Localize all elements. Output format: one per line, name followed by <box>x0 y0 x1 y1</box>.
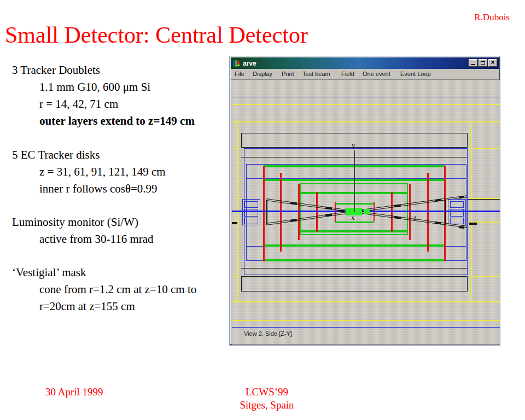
mask-cap-left <box>266 200 267 225</box>
bullet-line: 1.1 mm G10, 600 μm Si <box>39 80 150 94</box>
window-title: arve <box>243 60 256 67</box>
tracker-layer-r55-bottom <box>264 244 445 247</box>
tracker-layer-r71-bottom <box>264 259 445 261</box>
mask-cap-right <box>445 200 446 225</box>
outer-box-yellow-bottom <box>232 301 500 302</box>
beam-dash-margin-left <box>232 222 237 224</box>
z-axis-label: z <box>413 213 417 222</box>
bullet-heading-luminosity-monitor: Luminosity monitor (Si/W) <box>12 215 138 229</box>
y-axis-line <box>354 150 355 212</box>
menu-event-loop[interactable]: Event Loop <box>400 71 431 77</box>
footer-conference: LCWS’99 <box>197 386 337 398</box>
footer-date: 30 April 1999 <box>45 386 103 398</box>
bullet-line-bold: outer layers extend to z=149 cm <box>39 114 195 128</box>
grid-blue-bottom <box>232 327 500 328</box>
detector-view-canvas[interactable]: y x z View 2, Side [Z-Y] <box>232 80 500 345</box>
margin-yellow-left-1 <box>232 148 237 149</box>
status-bar: View 2, Side [Z-Y] <box>244 330 292 337</box>
bullet-line: r=20cm at z=155 cm <box>39 300 135 313</box>
minimize-button[interactable] <box>469 59 477 67</box>
app-icon[interactable] <box>232 60 240 67</box>
bullet-heading-vestigial-mask: ‘Vestigial’ mask <box>12 266 86 279</box>
beam-dash-margin-right <box>469 223 477 225</box>
y-axis-label: y <box>352 141 355 150</box>
window-menubar: File Display Print Test beam Field One e… <box>231 69 499 80</box>
hcal-box-bottom <box>241 276 468 291</box>
close-button[interactable] <box>488 59 497 67</box>
outer-box-yellow-top <box>232 121 500 122</box>
maximize-button[interactable] <box>479 59 487 67</box>
menu-one-event[interactable]: One event <box>363 71 390 77</box>
bullet-line: r = 14, 42, 71 cm <box>39 97 118 111</box>
ec-disk-left-z149 <box>263 166 265 261</box>
menu-display[interactable]: Display <box>253 71 272 77</box>
window-titlebar[interactable]: arve <box>231 57 499 69</box>
bullet-heading-ec-disks: 5 EC Tracker disks <box>12 148 100 162</box>
page-title: Small Detector: Central Detector <box>5 22 308 48</box>
bullet-line: cone from r=1.2 cm at z=10 cm to <box>39 283 196 296</box>
quad-box-right-seg2 <box>450 209 464 217</box>
ec-disk-left-z121 <box>280 173 282 252</box>
margin-yellow-right-4 <box>472 276 500 277</box>
vertex-detector-side <box>364 209 370 214</box>
quad-box-right-seg1 <box>450 201 464 208</box>
menu-file[interactable]: File <box>235 71 244 77</box>
quad-box-left-seg3 <box>244 218 258 224</box>
beampipe-line-right <box>468 199 500 200</box>
app-window: arve File Display Print Test beam Field … <box>230 56 500 345</box>
quad-box-left-seg2 <box>244 209 258 217</box>
quad-box-left-seg1 <box>244 201 258 208</box>
margin-yellow-left-2 <box>237 198 241 199</box>
menu-print[interactable]: Print <box>282 71 294 77</box>
ec-disk-right-z121 <box>427 173 429 252</box>
grid-yellow-top <box>232 104 500 105</box>
x-axis-label: x <box>351 213 355 222</box>
quad-box-right-seg3 <box>450 218 464 224</box>
menu-field[interactable]: Field <box>341 71 354 77</box>
margin-yellow-left-4 <box>232 276 237 277</box>
tracker-layer-r14-bottom <box>335 221 374 223</box>
footer-location: Sitges, Spain <box>197 399 337 411</box>
margin-yellow-right-1 <box>472 148 500 149</box>
bullet-line: active from 30-116 mrad <box>39 232 154 246</box>
grid-blue-top <box>232 97 500 97</box>
author-credit: R.Dubois <box>474 12 510 23</box>
menu-test-beam[interactable]: Test beam <box>302 71 330 77</box>
grid-yellow-bottom <box>232 320 500 321</box>
bullet-line: z = 31, 61, 91, 121, 149 cm <box>39 165 166 179</box>
bullet-heading-tracker-doublets: 3 Tracker Doublets <box>12 63 100 77</box>
bullet-line: inner r follows cosθ=0.99 <box>39 182 158 196</box>
